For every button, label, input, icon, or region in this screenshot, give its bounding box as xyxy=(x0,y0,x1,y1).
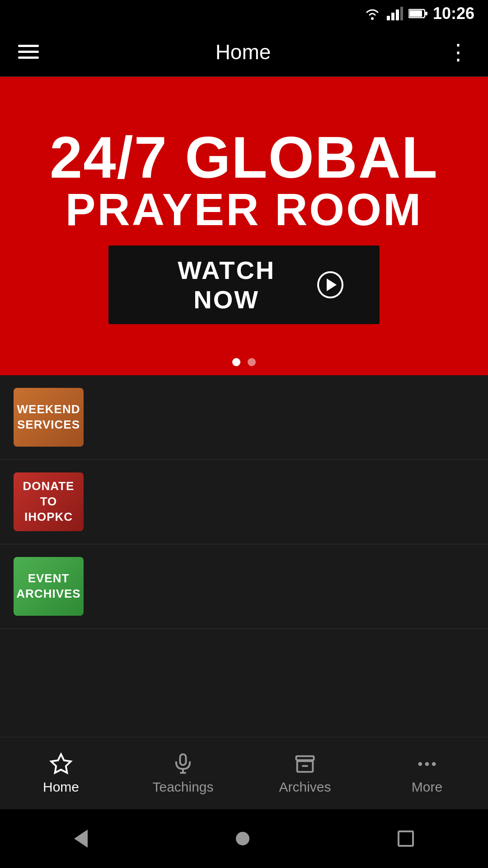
list-item[interactable]: WEEKENDSERVICES xyxy=(0,375,488,460)
nav-label-teachings: Teachings xyxy=(152,779,213,795)
event-archives-thumbnail-text: EVENTARCHIVES xyxy=(16,571,80,602)
watch-now-button[interactable]: WATCH NOW xyxy=(108,245,380,324)
nav-item-home[interactable]: Home xyxy=(0,752,122,795)
svg-rect-3 xyxy=(396,9,399,20)
hero-title-sub: PRAYER ROOM xyxy=(66,187,422,232)
signal-icon xyxy=(387,7,403,20)
svg-marker-8 xyxy=(51,754,70,773)
carousel-dot-2[interactable] xyxy=(248,358,256,366)
nav-item-more[interactable]: More xyxy=(366,752,488,795)
hero-banner: 24/7 GLOBAL PRAYER ROOM WATCH NOW xyxy=(0,77,488,375)
nav-label-home: Home xyxy=(43,779,79,795)
svg-point-17 xyxy=(432,762,436,766)
event-archives-thumbnail: EVENTARCHIVES xyxy=(14,557,84,616)
nav-item-teachings[interactable]: Teachings xyxy=(122,752,244,795)
android-nav-bar xyxy=(0,809,488,868)
home-star-icon xyxy=(49,752,73,776)
carousel-dots xyxy=(232,358,256,366)
svg-rect-4 xyxy=(400,7,403,20)
more-dots-icon xyxy=(415,752,439,776)
status-time: 10:26 xyxy=(433,4,474,23)
svg-rect-2 xyxy=(391,13,394,20)
bottom-nav: Home Teachings Archives More xyxy=(0,737,488,809)
weekend-services-thumbnail: WEEKENDSERVICES xyxy=(14,388,84,447)
status-icons: 10:26 xyxy=(363,4,474,23)
weekend-services-thumbnail-text: WEEKENDSERVICES xyxy=(17,402,80,433)
android-home-button[interactable] xyxy=(236,832,249,845)
nav-label-more: More xyxy=(412,779,442,795)
play-triangle-icon xyxy=(327,278,337,291)
content-list: WEEKENDSERVICES DONATE TOIHOPKC EVENTARC… xyxy=(0,375,488,629)
carousel-dot-1[interactable] xyxy=(232,358,240,366)
list-item[interactable]: DONATE TOIHOPKC xyxy=(0,460,488,544)
page-title: Home xyxy=(216,40,271,64)
android-recents-button[interactable] xyxy=(398,830,414,847)
svg-rect-6 xyxy=(409,10,422,17)
wifi-icon xyxy=(363,7,381,20)
archives-icon xyxy=(293,752,317,776)
svg-rect-7 xyxy=(425,12,427,15)
more-vert-button[interactable]: ⋮ xyxy=(447,39,470,65)
svg-point-0 xyxy=(371,17,374,20)
android-back-button[interactable] xyxy=(74,830,88,848)
battery-icon xyxy=(408,8,427,19)
donate-thumbnail-text: DONATE TOIHOPKC xyxy=(14,479,84,524)
svg-rect-12 xyxy=(296,756,314,760)
hamburger-menu-button[interactable] xyxy=(18,45,39,59)
svg-rect-9 xyxy=(180,754,186,765)
play-circle-icon xyxy=(317,271,343,298)
donate-thumbnail: DONATE TOIHOPKC xyxy=(14,472,84,531)
hero-title-main: 24/7 GLOBAL xyxy=(50,128,438,187)
status-bar: 10:26 xyxy=(0,0,488,27)
watch-now-label: WATCH NOW xyxy=(145,255,308,314)
list-item[interactable]: EVENTARCHIVES xyxy=(0,544,488,629)
microphone-icon xyxy=(171,752,195,776)
nav-item-archives[interactable]: Archives xyxy=(244,752,366,795)
svg-rect-1 xyxy=(387,16,390,20)
svg-point-15 xyxy=(418,762,422,766)
app-bar: Home ⋮ xyxy=(0,27,488,77)
svg-point-16 xyxy=(425,762,429,766)
nav-label-archives: Archives xyxy=(279,779,331,795)
